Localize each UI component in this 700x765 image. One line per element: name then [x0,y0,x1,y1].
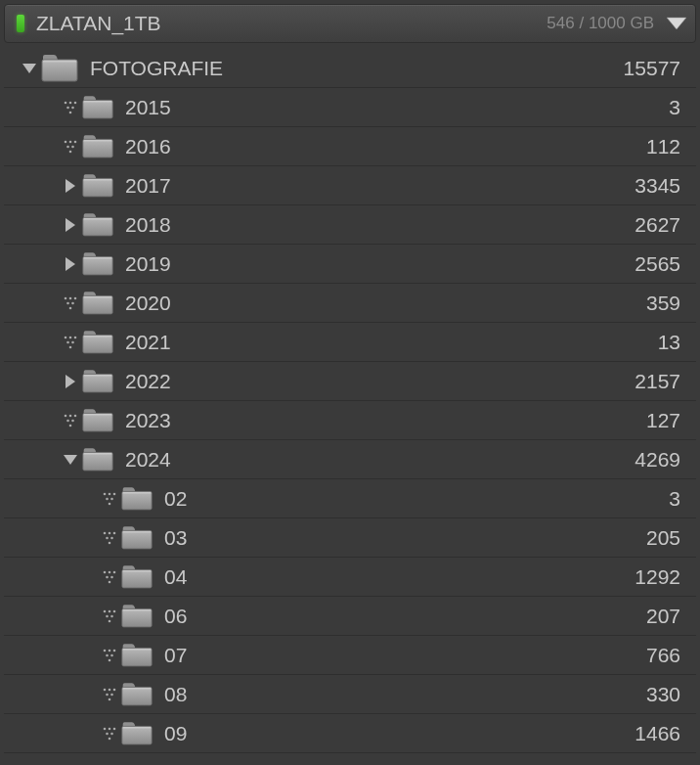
folder-icon [82,174,113,198]
svg-point-39 [74,336,77,338]
folder-row[interactable]: 07766 [4,636,696,675]
svg-point-34 [69,306,72,309]
disclosure-down-icon[interactable] [59,454,82,466]
svg-rect-55 [83,413,111,415]
svg-point-72 [109,541,111,544]
folder-row[interactable]: 20244269 [4,440,696,479]
svg-point-50 [74,414,77,417]
folder-row[interactable]: 2016112 [4,127,696,166]
photo-count: 330 [646,683,680,706]
folder-name: 07 [164,644,646,667]
photo-count: 205 [646,526,680,550]
disclosure-right-icon[interactable] [59,178,82,194]
svg-rect-47 [83,374,111,376]
svg-point-95 [110,653,113,656]
svg-point-85 [113,609,116,612]
svg-rect-97 [122,648,152,666]
folder-row[interactable]: 041292 [4,558,696,597]
folder-icon [121,605,153,628]
folder-icon [82,331,113,354]
svg-point-14 [74,140,77,143]
svg-rect-65 [122,491,152,510]
svg-rect-73 [122,530,152,549]
svg-point-75 [104,570,107,573]
svg-point-67 [104,531,107,534]
svg-rect-3 [43,60,77,62]
svg-marker-1 [22,64,36,73]
svg-point-111 [110,732,113,735]
photo-count: 15577 [624,57,680,80]
svg-point-100 [109,688,111,691]
svg-point-71 [110,536,113,539]
folder-name: FOTOGRAFIE [90,57,624,80]
svg-point-29 [65,296,67,299]
svg-point-93 [113,649,116,652]
svg-point-78 [106,575,109,578]
svg-rect-24 [83,217,112,236]
svg-point-102 [106,693,109,696]
disclosure-down-icon[interactable] [18,63,41,74]
folder-icon [121,644,153,667]
dots-icon [59,295,82,311]
dots-icon [98,608,121,624]
folder-row[interactable]: 023 [4,479,696,518]
disclosure-right-icon[interactable] [59,374,82,389]
photo-count: 3 [669,96,680,119]
svg-point-59 [104,492,107,495]
photo-count: 3345 [634,174,680,198]
svg-point-68 [109,531,111,534]
folder-row[interactable]: FOTOGRAFIE15577 [4,49,696,88]
folder-name: 2020 [125,292,646,315]
svg-point-63 [110,497,113,500]
svg-point-61 [113,492,116,495]
photo-count: 2157 [634,370,680,393]
photo-count: 359 [646,292,680,315]
svg-point-37 [65,336,67,338]
folder-row[interactable]: 202113 [4,323,696,362]
svg-marker-0 [667,18,686,29]
folder-icon [82,370,113,393]
svg-point-110 [106,732,109,735]
drive-usage: 546 / 1000 GB [547,14,654,33]
folder-row[interactable]: 08330 [4,675,696,714]
folder-row[interactable]: 20222157 [4,362,696,401]
svg-point-31 [74,296,77,299]
folder-name: 2015 [125,96,669,119]
folder-row[interactable]: 20153 [4,88,696,127]
svg-point-41 [71,340,74,343]
photo-count: 3 [669,487,680,511]
folder-row[interactable]: 20182627 [4,205,696,245]
svg-point-38 [69,336,72,338]
dots-icon [98,530,121,546]
svg-point-12 [65,140,67,143]
folder-row[interactable]: 20173345 [4,166,696,205]
folder-icon [82,213,113,237]
svg-point-88 [109,619,111,622]
folder-icon [82,96,113,119]
svg-marker-45 [66,375,75,388]
folder-row[interactable]: 20192565 [4,245,696,284]
dots-icon [59,139,82,155]
folder-icon [121,683,153,706]
folder-row[interactable]: 2020359 [4,284,696,323]
disclosure-right-icon[interactable] [59,256,82,272]
folder-row[interactable]: 03205 [4,518,696,558]
drive-header[interactable]: ZLATAN_1TB 546 / 1000 GB [4,4,696,43]
folder-row[interactable]: 091466 [4,714,696,753]
folder-icon [121,487,153,511]
svg-point-94 [106,653,109,656]
svg-point-7 [66,106,69,109]
folder-name: 2018 [125,213,634,237]
folders-panel: ZLATAN_1TB 546 / 1000 GB FOTOGRAFIE15577 [4,4,696,753]
photo-count: 766 [646,644,680,667]
svg-point-104 [109,698,111,700]
folder-row[interactable]: 2023127 [4,401,696,440]
svg-point-17 [69,150,72,153]
dots-icon [98,726,121,742]
svg-rect-66 [122,491,151,493]
disclosure-right-icon[interactable] [59,217,82,233]
collapse-arrow-icon[interactable] [666,17,687,30]
folder-row[interactable]: 06207 [4,597,696,636]
svg-point-8 [71,106,74,109]
svg-point-76 [109,570,111,573]
